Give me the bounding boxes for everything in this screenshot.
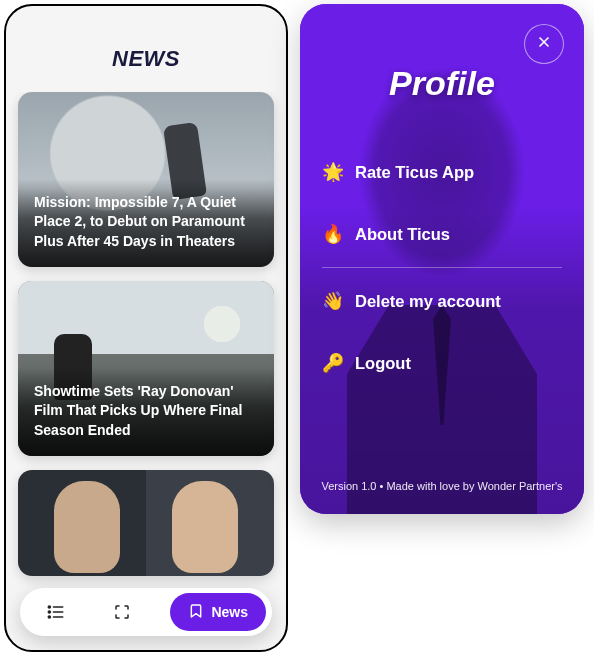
profile-screen: Profile 🌟 Rate Ticus App 🔥 About Ticus 👋…: [300, 4, 584, 514]
menu-item-logout[interactable]: 🔑 Logout: [322, 332, 562, 394]
page-title: NEWS: [6, 6, 286, 92]
close-button[interactable]: [524, 24, 564, 64]
news-overlay: Showtime Sets 'Ray Donovan' Film That Pi…: [18, 368, 274, 456]
divider: [322, 267, 562, 268]
svg-point-1: [48, 611, 50, 613]
menu-item-label: Delete my account: [355, 292, 501, 311]
fire-icon: 🔥: [322, 223, 342, 245]
key-icon: 🔑: [322, 352, 342, 374]
page-title: Profile: [322, 64, 562, 103]
news-tab-label: News: [211, 604, 248, 620]
news-overlay: Mission: Impossible 7, A Quiet Place 2, …: [18, 179, 274, 267]
news-card[interactable]: Showtime Sets 'Ray Donovan' Film That Pi…: [18, 281, 274, 456]
news-card[interactable]: [18, 470, 274, 576]
close-icon: [536, 34, 552, 54]
list-icon[interactable]: [38, 594, 74, 630]
wave-icon: 👋: [322, 290, 342, 312]
menu-item-label: About Ticus: [355, 225, 450, 244]
svg-point-0: [48, 606, 50, 608]
svg-point-2: [48, 616, 50, 618]
news-card[interactable]: Mission: Impossible 7, A Quiet Place 2, …: [18, 92, 274, 267]
news-tab-active[interactable]: News: [170, 593, 266, 631]
menu-item-label: Logout: [355, 354, 411, 373]
news-headline: Mission: Impossible 7, A Quiet Place 2, …: [34, 193, 258, 251]
menu-item-delete[interactable]: 👋 Delete my account: [322, 270, 562, 332]
star-icon: 🌟: [322, 161, 342, 183]
bottom-nav: News: [20, 588, 272, 636]
news-screen: NEWS Mission: Impossible 7, A Quiet Plac…: [4, 4, 288, 652]
profile-menu: 🌟 Rate Ticus App 🔥 About Ticus 👋 Delete …: [322, 141, 562, 394]
menu-item-rate[interactable]: 🌟 Rate Ticus App: [322, 141, 562, 203]
news-headline: Showtime Sets 'Ray Donovan' Film That Pi…: [34, 382, 258, 440]
menu-item-label: Rate Ticus App: [355, 163, 474, 182]
scan-icon[interactable]: [104, 594, 140, 630]
news-thumbnail: [18, 470, 274, 576]
news-list: Mission: Impossible 7, A Quiet Place 2, …: [6, 92, 286, 650]
footer-text: Version 1.0 • Made with love by Wonder P…: [300, 480, 584, 492]
menu-item-about[interactable]: 🔥 About Ticus: [322, 203, 562, 265]
bookmark-icon: [188, 603, 204, 622]
